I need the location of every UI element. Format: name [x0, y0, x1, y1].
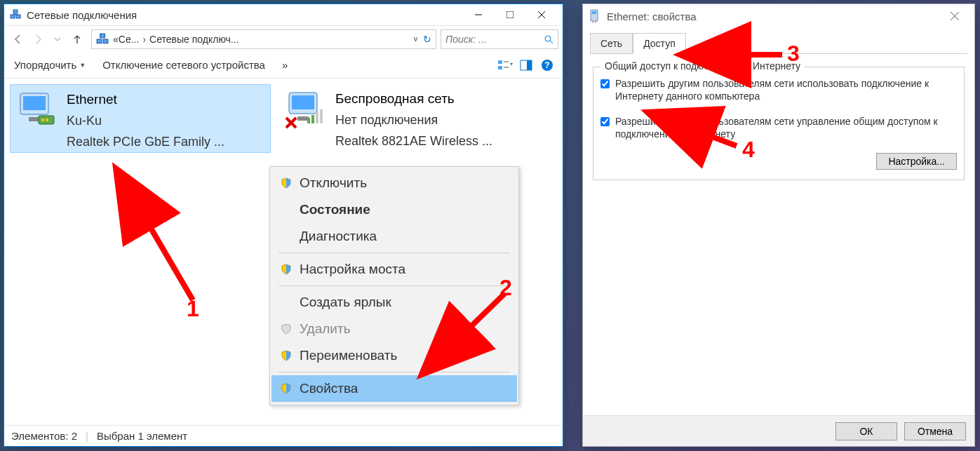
disable-device-button[interactable]: Отключение сетевого устройства: [98, 56, 269, 74]
status-bar: Элементов: 2 | Выбран 1 элемент: [4, 425, 563, 446]
svg-point-26: [41, 119, 44, 121]
ethernet-properties-window: Ethernet: свойства Сеть Доступ Общий дос…: [582, 4, 975, 447]
svg-rect-29: [292, 95, 314, 109]
svg-rect-2: [13, 10, 18, 13]
svg-rect-34: [320, 109, 323, 123]
dialog-buttons: ОК Отмена: [583, 415, 974, 446]
shield-icon: [278, 383, 294, 394]
fieldset-legend: Общий доступ к подключению к Интернету: [600, 60, 805, 72]
breadcrumb-part[interactable]: Се...: [119, 34, 140, 45]
svg-rect-33: [316, 112, 318, 123]
cancel-button[interactable]: Отмена: [904, 422, 966, 440]
close-button[interactable]: [525, 5, 557, 25]
ctx-disable[interactable]: Отключить: [271, 170, 517, 196]
maximize-button[interactable]: [494, 5, 525, 25]
dialog-body: Сеть Доступ Общий доступ к подключению к…: [583, 28, 974, 180]
shield-icon: [278, 177, 294, 189]
allow-sharing-label: Разрешить другим пользователям сети испо…: [615, 77, 957, 102]
svg-rect-1: [16, 15, 20, 18]
close-button[interactable]: [941, 8, 969, 24]
svg-rect-38: [592, 11, 596, 14]
tab-access[interactable]: Доступ: [633, 33, 686, 54]
address-bar[interactable]: « Се... › Сетевые подключ... v ↻: [91, 29, 436, 49]
ctx-bridge[interactable]: Настройка моста: [271, 256, 517, 283]
network-folder-icon: [10, 9, 21, 20]
ctx-divider: [278, 285, 510, 286]
connection-adapter: Realtek PCIe GbE Family ...: [67, 131, 224, 152]
shield-icon: [278, 350, 294, 361]
titlebar: Ethernet: свойства: [583, 4, 974, 28]
allow-control-checkbox[interactable]: [600, 116, 610, 127]
search-placeholder: Поиск: ...: [445, 34, 544, 45]
recent-button[interactable]: [48, 29, 67, 49]
svg-rect-0: [11, 15, 15, 18]
window-title: Ethernet: свойства: [607, 11, 941, 22]
titlebar: Сетевые подключения: [4, 4, 563, 25]
allow-control-label: Разрешить другим пользователям сети упра…: [615, 115, 957, 140]
help-button[interactable]: ?: [537, 56, 557, 74]
ics-fieldset: Общий доступ к подключению к Интернету Р…: [593, 67, 965, 180]
ctx-properties[interactable]: Свойства: [271, 375, 517, 402]
ctx-status[interactable]: Состояние: [271, 196, 517, 223]
breadcrumb-dropdown[interactable]: v: [414, 35, 417, 43]
minimize-button[interactable]: [462, 5, 494, 25]
ethernet-adapter-icon: [16, 89, 58, 131]
svg-point-27: [46, 119, 48, 121]
address-bar-row: « Се... › Сетевые подключ... v ↻ Поиск: …: [4, 25, 563, 52]
svg-point-12: [545, 36, 551, 41]
shield-icon: [278, 264, 294, 275]
search-icon: [544, 34, 553, 44]
view-menu[interactable]: [495, 56, 515, 74]
shield-icon: [278, 323, 294, 335]
svg-text:?: ?: [544, 60, 549, 70]
tab-strip: Сеть Доступ: [590, 32, 967, 54]
settings-button[interactable]: Настройка...: [876, 153, 957, 170]
connection-name: Беспроводная сеть: [335, 88, 492, 109]
ctx-diagnose[interactable]: Диагностика: [271, 223, 517, 250]
ctx-divider: [278, 253, 510, 253]
allow-sharing-checkbox[interactable]: [600, 79, 610, 89]
connection-name: Ethernet: [67, 89, 224, 110]
connection-status: Ku-Ku: [67, 110, 224, 131]
connection-adapter: Realtek 8821AE Wireless ...: [335, 130, 492, 152]
svg-rect-11: [100, 34, 105, 38]
svg-rect-31: [307, 118, 310, 123]
context-menu: Отключить Состояние Диагностика Настройк…: [269, 166, 519, 405]
items-count: Элементов: 2: [11, 430, 77, 442]
ctx-divider: [278, 372, 510, 372]
up-button[interactable]: [67, 29, 87, 49]
svg-rect-6: [506, 11, 514, 18]
svg-rect-10: [103, 39, 108, 43]
svg-rect-23: [23, 96, 46, 110]
preview-pane-button[interactable]: [516, 56, 536, 74]
toolbar: Упорядочить▼ Отключение сетевого устройс…: [4, 52, 563, 79]
ctx-delete[interactable]: Удалить: [271, 316, 517, 342]
ctx-shortcut[interactable]: Создать ярлык: [271, 289, 517, 316]
breadcrumb-part[interactable]: Сетевые подключ...: [149, 34, 239, 45]
network-folder-icon: [96, 33, 109, 46]
forward-button[interactable]: [28, 29, 48, 49]
connection-status: Нет подключения: [335, 109, 492, 130]
svg-rect-9: [97, 39, 102, 43]
tab-network[interactable]: Сеть: [590, 33, 633, 54]
svg-rect-15: [498, 66, 502, 69]
window-title: Сетевые подключения: [27, 9, 462, 21]
svg-rect-32: [311, 115, 314, 123]
refresh-button[interactable]: ↻: [423, 34, 431, 45]
svg-rect-30: [297, 116, 309, 121]
overflow-button[interactable]: »: [278, 56, 292, 74]
svg-rect-19: [527, 60, 532, 70]
selected-count: Выбран 1 элемент: [97, 430, 187, 442]
ctx-rename[interactable]: Переименовать: [271, 342, 517, 369]
organize-menu[interactable]: Упорядочить▼: [10, 56, 90, 74]
connection-wifi[interactable]: Беспроводная сеть Нет подключения Realte…: [279, 84, 540, 153]
connection-ethernet[interactable]: Ethernet Ku-Ku Realtek PCIe GbE Family .…: [10, 84, 271, 153]
wifi-adapter-icon: [285, 88, 327, 130]
ok-button[interactable]: ОК: [835, 422, 897, 440]
svg-rect-14: [498, 60, 502, 64]
search-input[interactable]: Поиск: ...: [441, 29, 558, 49]
back-button[interactable]: [8, 29, 28, 49]
svg-line-13: [550, 41, 553, 43]
ethernet-icon: [589, 8, 600, 24]
